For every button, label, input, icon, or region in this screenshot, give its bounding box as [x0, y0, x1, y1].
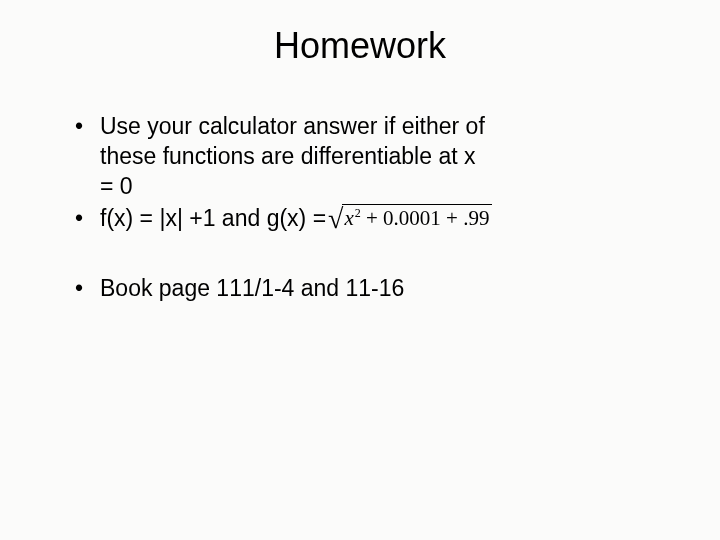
bullet-item-2: f(x) = |x| +1 and g(x) = √ x2 + 0.0001 +… — [75, 204, 660, 234]
radicand: x2 + 0.0001 + .99 — [342, 204, 492, 232]
bullet-list: Use your calculator answer if either of … — [60, 112, 660, 234]
radicand-var: x — [344, 206, 353, 230]
bullet-list-2: Book page 111/1-4 and 11-16 — [60, 274, 660, 304]
page-title: Homework — [60, 25, 660, 67]
slide: Homework Use your calculator answer if e… — [0, 0, 720, 540]
bullet-item-1: Use your calculator answer if either of … — [75, 112, 495, 202]
bullet-2-prefix: f(x) = |x| +1 and g(x) = — [100, 204, 326, 234]
radical-icon: √ — [328, 205, 343, 233]
bullet-item-3: Book page 111/1-4 and 11-16 — [75, 274, 660, 304]
sqrt-expression: √ x2 + 0.0001 + .99 — [328, 204, 492, 232]
radicand-end: 99 — [468, 206, 489, 230]
content-area: Use your calculator answer if either of … — [60, 112, 660, 303]
radicand-mid: + 0.0001 + . — [361, 206, 469, 230]
